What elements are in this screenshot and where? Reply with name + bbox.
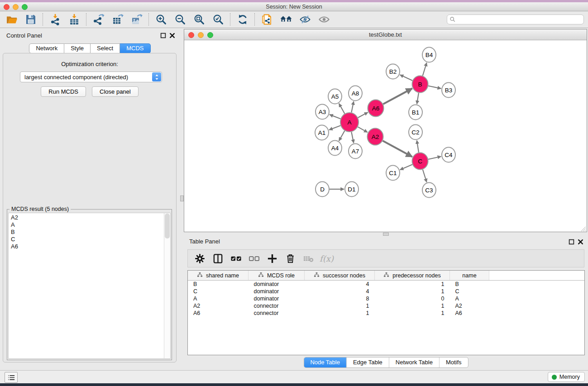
graph-edge-A-A6[interactable] [358,112,368,118]
column-header-MCDS-role[interactable]: MCDS role [249,271,305,281]
graph-edge-B-B3[interactable] [428,86,441,89]
import-network-icon[interactable] [49,14,61,26]
show-panels-icon[interactable] [318,14,330,26]
export-table-icon[interactable] [111,14,124,26]
graph-edge-A-A4[interactable] [339,131,344,141]
graph-node-D[interactable]: D [316,182,329,197]
column-header-successor-nodes[interactable]: successor nodes [305,271,375,281]
graph-node-C2[interactable]: C2 [409,125,422,140]
graph-edge-C-C1[interactable] [400,164,412,170]
graph-node-B4[interactable]: B4 [422,48,436,62]
table-cell[interactable]: 1 [375,281,450,288]
table-cell[interactable]: A2 [188,302,249,310]
table-cell[interactable]: A6 [450,310,489,317]
graph-node-D1[interactable]: D1 [345,182,359,197]
add-row-icon[interactable] [266,253,278,265]
clear-selection-icon[interactable] [248,253,260,265]
graph-edge-A-A2[interactable] [358,127,368,132]
result-item[interactable]: C [9,236,164,243]
graph-edge-A2-C[interactable] [382,141,412,157]
table-cell[interactable]: A [188,295,249,302]
graph-node-B3[interactable]: B3 [442,83,455,98]
table-row[interactable]: Adominator80A [188,295,584,302]
graph-node-A5[interactable]: A5 [328,89,342,104]
graph-edge-B-B1[interactable] [417,93,419,104]
graph-edge-A-A7[interactable] [351,132,354,143]
graph-node-A[interactable]: A [340,113,359,132]
graph-edge-A6-B[interactable] [383,88,412,104]
graph-node-B2[interactable]: B2 [386,64,400,79]
tab-node-table[interactable]: Node Table [304,357,346,367]
settings-gear-icon[interactable] [194,253,206,265]
zoom-fit-icon[interactable] [193,14,205,26]
graph-node-C1[interactable]: C1 [386,166,400,181]
result-item[interactable]: A [9,221,164,229]
table-cell[interactable]: 4 [305,281,375,288]
table-cell[interactable]: C [188,288,249,295]
search-box[interactable] [447,14,584,24]
export-network-icon[interactable] [92,14,105,26]
column-header-predecessor-nodes[interactable]: predecessor nodes [375,271,450,281]
graph-node-B[interactable]: B [412,76,428,93]
table-cell[interactable]: 1 [305,302,375,310]
close-table-panel-icon[interactable] [578,238,583,244]
graph-node-C4[interactable]: C4 [442,148,455,162]
table-row[interactable]: Bdominator41B [188,281,584,288]
table-cell[interactable]: dominator [249,288,305,295]
graph-edge-B-B4[interactable] [423,63,427,76]
column-header-name[interactable]: name [450,271,489,281]
result-scrollbar-thumb[interactable] [165,214,170,238]
graph-node-B1[interactable]: B1 [409,105,422,120]
graph-edge-C-C2[interactable] [417,140,419,152]
tab-network[interactable]: Network [29,43,64,53]
float-table-panel-icon[interactable] [569,238,574,244]
tab-network-table[interactable]: Network Table [389,357,439,367]
table-cell[interactable]: 1 [305,310,375,317]
table-cell[interactable]: C [450,288,489,295]
table-row[interactable]: A2connector11A2 [188,302,584,310]
delete-row-icon[interactable] [284,253,296,265]
resize-grip-icon[interactable] [580,225,586,231]
tab-motifs[interactable]: Motifs [439,357,468,367]
tab-edge-table[interactable]: Edge Table [346,357,389,367]
table-cell[interactable]: A2 [450,302,489,310]
tab-mcds[interactable]: MCDS [120,43,150,53]
zoom-in-icon[interactable] [155,14,167,26]
close-panel-icon[interactable] [169,32,175,38]
fx-icon[interactable]: f(x) [320,253,333,265]
graph-node-A4[interactable]: A4 [328,141,342,156]
table-cell[interactable]: B [450,281,489,288]
tab-select[interactable]: Select [91,43,120,53]
result-scrollbar[interactable] [164,213,170,358]
graph-node-C[interactable]: C [412,153,428,170]
vertical-divider-grip[interactable] [180,195,184,201]
graph-node-A1[interactable]: A1 [315,125,329,140]
graph-edge-A-A3[interactable] [330,114,340,119]
graph-node-A7[interactable]: A7 [349,144,362,159]
horizontal-divider-grip[interactable] [383,233,389,236]
select-all-icon[interactable] [230,253,242,265]
export-image-icon[interactable] [130,14,143,26]
result-item[interactable]: A2 [9,214,164,221]
result-item[interactable]: A6 [9,243,164,250]
run-mcds-button[interactable]: Run MCDS [41,86,86,97]
table-cell[interactable]: 0 [375,295,450,302]
table-cell[interactable]: B [188,281,249,288]
zoom-out-icon[interactable] [174,14,186,26]
tab-style[interactable]: Style [64,43,91,53]
table-cell[interactable]: 1 [375,310,450,317]
column-chooser-icon[interactable] [212,253,224,265]
table-cell[interactable]: connector [249,302,305,310]
hide-panels-icon[interactable] [299,14,311,26]
zoom-selected-icon[interactable] [212,14,224,26]
table-cell[interactable]: 4 [305,288,375,295]
graph-node-C3[interactable]: C3 [422,183,436,198]
table-cell[interactable]: A [450,295,489,302]
table-row[interactable]: Cdominator41C [188,288,584,295]
graph-node-A6[interactable]: A6 [368,100,384,117]
table-cell[interactable]: 1 [375,288,450,295]
table-cell[interactable]: 8 [305,295,375,302]
graph-edge-B-B2[interactable] [400,75,412,81]
close-panel-button[interactable]: Close panel [92,86,139,97]
refresh-icon[interactable] [236,14,249,26]
